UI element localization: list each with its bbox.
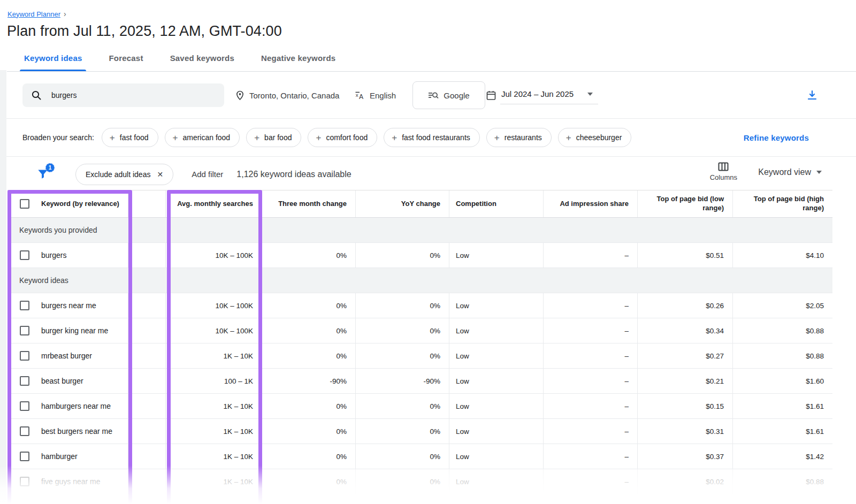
row-checkbox[interactable] bbox=[20, 351, 29, 361]
filter-bar: 1 Exclude adult ideas ✕ Add filter 1,126… bbox=[6, 157, 856, 192]
row-checkbox[interactable] bbox=[20, 301, 29, 310]
spacer-cell bbox=[128, 369, 166, 393]
breadcrumb-link[interactable]: Keyword Planner bbox=[7, 10, 60, 18]
row-checkbox[interactable] bbox=[20, 401, 29, 411]
spacer-cell bbox=[128, 444, 166, 469]
tab-keyword-ideas[interactable]: Keyword ideas bbox=[23, 54, 83, 71]
yoy-change-cell: 0% bbox=[356, 469, 449, 494]
bid-low-cell: $0.21 bbox=[638, 369, 733, 393]
chip-bar-food[interactable]: +bar food bbox=[246, 128, 301, 147]
chip-american-food[interactable]: +american food bbox=[165, 128, 240, 147]
columns-icon bbox=[718, 162, 729, 171]
download-button[interactable] bbox=[806, 89, 819, 104]
date-range-selector[interactable]: Jul 2024 – Jun 2025 bbox=[486, 72, 598, 119]
plus-icon: + bbox=[494, 133, 500, 142]
header-yoy-change[interactable]: YoY change bbox=[356, 190, 449, 217]
network-value: Google bbox=[444, 91, 469, 100]
avg-monthly-searches-cell: 1K – 10K bbox=[166, 394, 262, 418]
chip-cheeseburger[interactable]: +cheeseburger bbox=[558, 128, 632, 147]
keyword-cell: burgers bbox=[7, 243, 128, 268]
header-competition[interactable]: Competition bbox=[449, 190, 544, 217]
three-month-change-cell: 0% bbox=[262, 318, 356, 343]
ad-impression-share-cell: – bbox=[544, 469, 638, 494]
row-checkbox[interactable] bbox=[20, 452, 29, 461]
table-section-label: Keywords you provided bbox=[7, 218, 832, 243]
keyword-search-input[interactable]: burgers bbox=[22, 83, 224, 107]
row-checkbox[interactable] bbox=[20, 376, 29, 386]
keyword-cell: hamburgers near me bbox=[7, 394, 128, 418]
bid-low-cell: $0.51 bbox=[638, 243, 733, 268]
tab-forecast[interactable]: Forecast bbox=[108, 54, 144, 71]
table-section-label: Keyword ideas bbox=[7, 268, 832, 293]
tab-negative-keywords[interactable]: Negative keywords bbox=[260, 54, 337, 71]
competition-cell: Low bbox=[449, 369, 544, 393]
bid-high-cell: $0.88 bbox=[733, 318, 832, 343]
language-value: English bbox=[370, 91, 396, 100]
keyword-cell: beast burger bbox=[7, 369, 128, 393]
search-icon bbox=[31, 90, 42, 101]
refine-keywords-link[interactable]: Refine keywords bbox=[744, 133, 809, 142]
three-month-change-cell: 0% bbox=[262, 243, 356, 268]
chip-fast-food[interactable]: +fast food bbox=[102, 128, 158, 147]
header-avg-monthly-searches[interactable]: Avg. monthly searches bbox=[166, 190, 262, 217]
table-header-row: Keyword (by relevance) Avg. monthly sear… bbox=[7, 190, 832, 218]
chevron-down-icon bbox=[587, 93, 593, 96]
table-row: burgers near me10K – 100K0%0%Low–$0.26$2… bbox=[7, 293, 832, 318]
spacer-cell bbox=[128, 293, 166, 318]
ad-impression-share-cell: – bbox=[544, 318, 638, 343]
competition-cell: Low bbox=[449, 293, 544, 318]
chip-comfort-food[interactable]: +comfort food bbox=[308, 128, 377, 147]
chevron-right-icon: › bbox=[64, 10, 66, 18]
row-checkbox[interactable] bbox=[20, 426, 29, 436]
row-checkbox[interactable] bbox=[20, 326, 29, 335]
exclude-adult-ideas-chip[interactable]: Exclude adult ideas ✕ bbox=[75, 164, 173, 185]
competition-cell: Low bbox=[449, 343, 544, 368]
bid-low-cell: $0.02 bbox=[638, 469, 733, 494]
ad-impression-share-cell: – bbox=[544, 444, 638, 469]
network-selector-button[interactable]: Google bbox=[412, 81, 485, 109]
ad-impression-share-cell: – bbox=[544, 369, 638, 393]
ad-impression-share-cell: – bbox=[544, 343, 638, 368]
select-all-checkbox[interactable] bbox=[20, 199, 29, 209]
keyword-text: beast burger bbox=[41, 377, 83, 385]
table-row: hamburger1K – 10K0%0%Low–$0.37$1.42 bbox=[7, 444, 832, 469]
three-month-change-cell: 0% bbox=[262, 343, 356, 368]
chevron-down-icon bbox=[816, 171, 822, 174]
keyword-text: burgers bbox=[41, 251, 66, 259]
keyword-text: burgers near me bbox=[41, 301, 96, 310]
row-checkbox[interactable] bbox=[20, 477, 29, 486]
header-top-of-page-bid-low[interactable]: Top of page bid (low range) bbox=[638, 190, 733, 217]
svg-text:A: A bbox=[359, 93, 364, 101]
three-month-change-cell: 0% bbox=[262, 293, 356, 318]
keyword-text: hamburger bbox=[41, 452, 78, 461]
plus-icon: + bbox=[110, 133, 115, 142]
keyword-view-dropdown[interactable]: Keyword view bbox=[758, 167, 822, 177]
header-top-of-page-bid-high[interactable]: Top of page bid (high range) bbox=[733, 190, 832, 217]
bid-high-cell: $1.61 bbox=[733, 394, 832, 418]
keyword-text: best burgers near me bbox=[41, 427, 112, 436]
plus-icon: + bbox=[173, 133, 178, 142]
location-selector[interactable]: Toronto, Ontario, Canada bbox=[235, 72, 339, 119]
add-filter-button[interactable]: Add filter bbox=[192, 170, 223, 179]
header-three-month-change[interactable]: Three month change bbox=[262, 190, 356, 217]
bid-high-cell: $1.61 bbox=[733, 419, 832, 444]
bid-low-cell: $0.15 bbox=[638, 394, 733, 418]
close-icon[interactable]: ✕ bbox=[157, 170, 163, 179]
bid-high-cell: $1.60 bbox=[733, 369, 832, 393]
language-selector[interactable]: xA English bbox=[355, 72, 396, 119]
chip-restaurants[interactable]: +restaurants bbox=[486, 128, 552, 147]
spacer-cell bbox=[128, 419, 166, 444]
table-row: burgers10K – 100K0%0%Low–$0.51$4.10 bbox=[7, 243, 832, 268]
table-body: Keywords you providedburgers10K – 100K0%… bbox=[7, 218, 832, 494]
filter-funnel-button[interactable]: 1 bbox=[36, 167, 51, 182]
ad-impression-share-cell: – bbox=[544, 243, 638, 268]
header-ad-impression-share[interactable]: Ad impression share bbox=[544, 190, 638, 217]
chip-fast-food-restaurants[interactable]: +fast food restaurants bbox=[384, 128, 480, 147]
columns-button[interactable]: Columns bbox=[710, 162, 737, 181]
results-count: 1,126 keyword ideas available bbox=[236, 170, 351, 179]
table-row: burger king near me10K – 100K0%0%Low–$0.… bbox=[7, 318, 832, 343]
row-checkbox[interactable] bbox=[20, 250, 29, 260]
spacer-cell bbox=[128, 243, 166, 268]
tab-saved-keywords[interactable]: Saved keywords bbox=[169, 54, 235, 71]
yoy-change-cell: -90% bbox=[356, 369, 449, 393]
